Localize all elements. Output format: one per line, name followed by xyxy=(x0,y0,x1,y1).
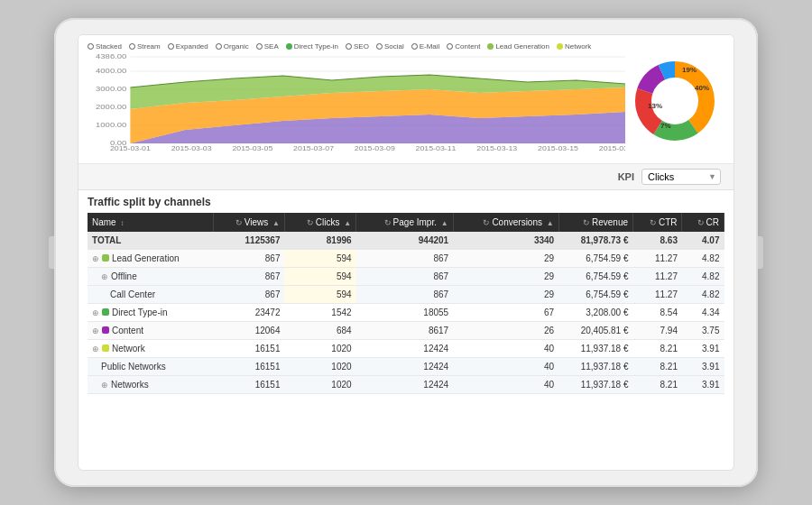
legend-dot-content xyxy=(447,43,453,50)
cell-name-text: Networks xyxy=(111,380,149,390)
cell-name-text: Direct Type-in xyxy=(112,308,168,317)
tablet-side-button-right[interactable] xyxy=(758,236,763,269)
svg-text:2015-03-03: 2015-03-03 xyxy=(171,145,212,151)
cell-page_impr: 12424 xyxy=(356,358,454,376)
cell-ctr: 7.94 xyxy=(633,322,682,340)
cell-views: 16151 xyxy=(214,358,285,376)
cell-page_impr: 867 xyxy=(356,250,454,268)
table-row: Public Networks161511020124244011,937.18… xyxy=(88,358,724,376)
cell-name: ⊕Networks xyxy=(88,376,214,394)
cell-clicks: 1020 xyxy=(284,376,355,394)
th-ctr[interactable]: ↻CTR xyxy=(633,213,682,232)
channel-color-icon xyxy=(102,254,109,262)
legend-dot-seo xyxy=(346,43,352,50)
legend-label-stacked: Stacked xyxy=(96,42,122,50)
kpi-select-wrap[interactable]: Clicks Views Conversions Revenue CTR CR … xyxy=(641,169,721,185)
cell-clicks: 1020 xyxy=(284,358,355,376)
tablet-side-button[interactable] xyxy=(49,236,54,269)
kpi-select[interactable]: Clicks Views Conversions Revenue CTR CR xyxy=(641,169,721,185)
th-revenue[interactable]: ↻Revenue xyxy=(558,213,632,232)
svg-text:2015-03-05: 2015-03-05 xyxy=(232,145,272,151)
expand-icon[interactable]: ⊕ xyxy=(101,381,108,390)
cell-name: ⊕Direct Type-in xyxy=(88,304,214,322)
svg-text:2015-03-13: 2015-03-13 xyxy=(476,145,517,151)
svg-text:13%: 13% xyxy=(648,102,662,110)
expand-icon[interactable]: ⊕ xyxy=(92,308,99,317)
expand-icon[interactable]: ⊕ xyxy=(92,344,99,354)
svg-text:2015-03-11: 2015-03-11 xyxy=(416,145,457,151)
cell-revenue: 11,937.18 € xyxy=(558,376,632,394)
svg-text:19%: 19% xyxy=(682,66,697,74)
th-page-impr[interactable]: ↻Page Impr. ▲ xyxy=(356,213,454,232)
svg-text:4386.00: 4386.00 xyxy=(96,53,127,60)
cell-cr: 3.91 xyxy=(682,376,724,394)
cell-clicks: 81996 xyxy=(284,232,355,250)
table-row: ⊕Network161511020124244011,937.18 €8.213… xyxy=(88,340,724,358)
cell-cr: 4.82 xyxy=(682,250,724,268)
cell-page_impr: 944201 xyxy=(356,232,454,250)
cell-views: 16151 xyxy=(214,340,285,358)
table-row: ⊕Content1206468486172620,405.81 €7.943.7… xyxy=(88,322,724,340)
expand-icon[interactable]: ⊕ xyxy=(92,326,99,335)
svg-text:2000.00: 2000.00 xyxy=(96,103,127,110)
cell-views: 12064 xyxy=(214,322,285,340)
legend-label-stream: Stream xyxy=(137,42,161,50)
legend-dot-sea xyxy=(256,43,263,50)
area-chart-svg: 4386.00 4000.00 3000.00 2000.00 1000.00 … xyxy=(88,53,625,151)
legend-direct: Direct Type-in xyxy=(286,42,338,50)
cell-page_impr: 12424 xyxy=(356,376,454,394)
cell-conversions: 40 xyxy=(453,340,558,358)
channel-color-icon xyxy=(102,308,109,316)
th-name[interactable]: Name ↕ xyxy=(88,213,214,232)
cell-conversions: 26 xyxy=(453,322,558,340)
chart-legend: Stacked Stream Expanded Organic xyxy=(88,42,625,50)
table-row: ⊕Offline867594867296,754.59 €11.274.82 xyxy=(88,268,724,286)
channel-color-icon xyxy=(102,326,109,334)
section-title: Traffic split by channels xyxy=(88,196,724,208)
svg-text:7%: 7% xyxy=(660,122,671,130)
legend-dot-email xyxy=(411,43,418,50)
cell-ctr: 8.63 xyxy=(633,232,682,250)
cell-revenue: 81,978.73 € xyxy=(558,232,632,250)
expand-icon[interactable]: ⊕ xyxy=(101,272,108,281)
cell-ctr: 11.27 xyxy=(633,268,682,286)
cell-conversions: 29 xyxy=(453,250,558,268)
chart-area: Stacked Stream Expanded Organic xyxy=(78,35,734,164)
legend-dot-expanded xyxy=(168,43,174,50)
legend-network: Network xyxy=(557,42,591,50)
cell-revenue: 6,754.59 € xyxy=(558,250,632,268)
cell-clicks: 594 xyxy=(284,268,355,286)
cell-clicks: 594 xyxy=(284,250,355,268)
table-row: ⊕Lead Generation867594867296,754.59 €11.… xyxy=(88,250,724,268)
cell-revenue: 20,405.81 € xyxy=(558,322,632,340)
table-row: Call Center867594867296,754.59 €11.274.8… xyxy=(88,286,724,304)
cell-conversions: 40 xyxy=(453,358,558,376)
th-clicks[interactable]: ↻Clicks ▲ xyxy=(284,213,355,232)
expand-icon[interactable]: ⊕ xyxy=(92,254,99,263)
legend-label-direct: Direct Type-in xyxy=(294,42,338,50)
legend-content: Content xyxy=(447,42,480,50)
legend-label-content: Content xyxy=(455,42,480,50)
screen: Stacked Stream Expanded Organic xyxy=(78,34,734,471)
svg-text:40%: 40% xyxy=(695,84,709,92)
legend-social: Social xyxy=(376,42,404,50)
kpi-label: KPI xyxy=(618,171,634,182)
svg-point-27 xyxy=(653,79,697,123)
svg-text:2015-03-15: 2015-03-15 xyxy=(538,145,578,151)
cell-conversions: 29 xyxy=(453,268,558,286)
cell-conversions: 67 xyxy=(453,304,558,322)
cell-revenue: 6,754.59 € xyxy=(558,286,632,304)
svg-text:2015-03-01: 2015-03-01 xyxy=(110,145,151,151)
cell-revenue: 3,208.00 € xyxy=(558,304,632,322)
cell-name-text: Lead Generation xyxy=(112,253,180,263)
cell-conversions: 40 xyxy=(453,376,558,394)
legend-label-lead: Lead Generation xyxy=(495,42,549,50)
cell-conversions: 3340 xyxy=(453,232,558,250)
cell-page_impr: 18055 xyxy=(356,304,454,322)
th-cr[interactable]: ↻CR xyxy=(682,213,724,232)
th-conversions[interactable]: ↻Conversions ▲ xyxy=(453,213,558,232)
legend-dot-direct xyxy=(286,43,292,50)
cell-cr: 4.34 xyxy=(682,304,724,322)
cell-name: ⊕Lead Generation xyxy=(88,250,214,268)
th-views[interactable]: ↻Views ▲ xyxy=(214,213,285,232)
